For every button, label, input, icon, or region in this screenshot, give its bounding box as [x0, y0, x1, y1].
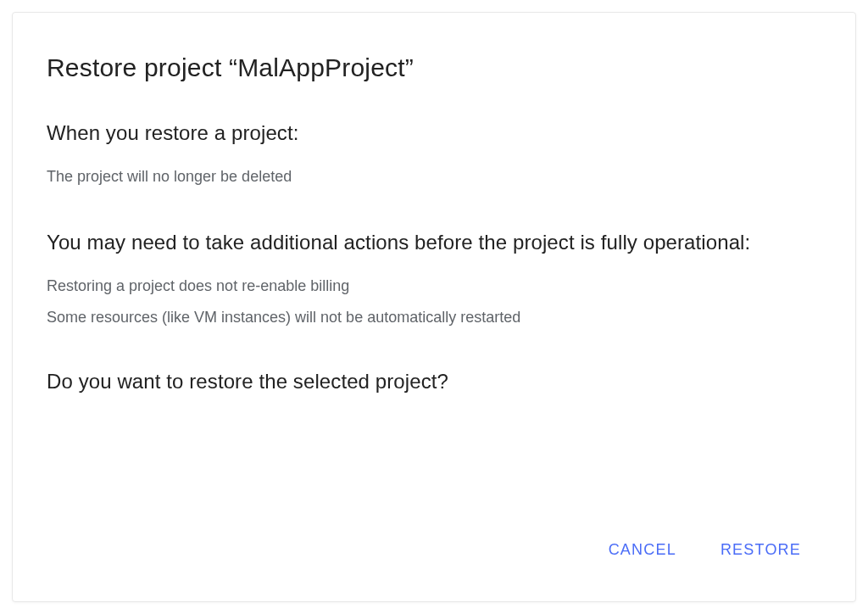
restore-info-heading: When you restore a project: [47, 120, 821, 147]
additional-actions-section: You may need to take additional actions … [47, 229, 821, 336]
cancel-button[interactable]: CANCEL [605, 534, 680, 566]
dialog-actions: CANCEL RESTORE [47, 534, 821, 571]
confirm-question: Do you want to restore the selected proj… [47, 370, 821, 394]
additional-actions-heading: You may need to take additional actions … [47, 229, 821, 256]
restore-button[interactable]: RESTORE [717, 534, 804, 566]
restore-info-section: When you restore a project: The project … [47, 120, 821, 195]
resources-note-text: Some resources (like VM instances) will … [47, 304, 821, 331]
restore-project-dialog: Restore project “MalAppProject” When you… [12, 12, 856, 602]
billing-note-text: Restoring a project does not re-enable b… [47, 273, 821, 299]
restore-info-text: The project will no longer be deleted [47, 164, 821, 190]
dialog-title: Restore project “MalAppProject” [47, 53, 821, 82]
